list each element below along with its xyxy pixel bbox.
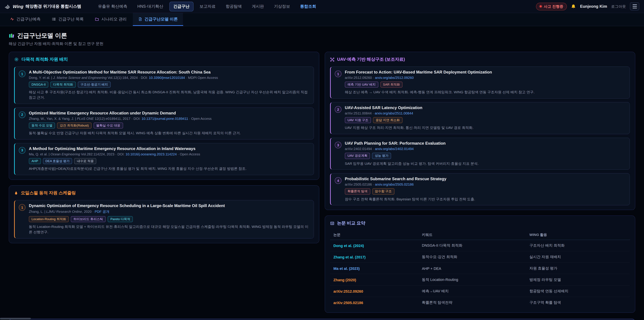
paper-body: A Multi-Objective Optimization Method fo…	[29, 70, 310, 100]
tab-label: 긴급구난모델 이론	[144, 16, 178, 22]
panel-title: UAV·예측 기반 해상구조 (보조자료)	[337, 56, 405, 62]
panel-title: 오일스필 동적 자원 스케줄링	[21, 190, 76, 196]
meta-text: Vol.282:114224, 2023 · DOI:	[80, 152, 126, 156]
sub-tab-bar: 긴급구난예측 긴급구난 목록 시나리오 관리 긴급구난모델 이론	[0, 13, 644, 26]
main-menu: 유출유 확산예측 HNS·대기확산 긴급구난 보고자료 항공탐색 게시판 기상정…	[94, 2, 530, 11]
tab-rescue-list[interactable]: 긴급구난 목록	[46, 13, 89, 26]
nav-item-emergency-rescue[interactable]: 긴급구난	[170, 2, 194, 11]
wing-usage-cell: 항공탐색 연동 선제배치	[526, 286, 630, 297]
tag: 구조선·항공기 배치	[78, 82, 111, 88]
arxiv-link[interactable]: arxiv.org/abs/2505.02186	[375, 183, 414, 186]
incident-status-badge[interactable]: 사고 진행중	[536, 3, 567, 10]
paper-description: 해상 조난 예측 → UAV 수색 배치 최적화. 예측-행동 연계 프레임워크…	[345, 90, 626, 95]
tag: 확률론적 탐색	[345, 188, 370, 195]
paper-title: Dynamic Optimization of Emergency Resour…	[29, 203, 310, 208]
nav-item-board[interactable]: 게시판	[248, 2, 268, 11]
paper-number: 1	[19, 71, 26, 77]
notification-bell-icon[interactable]	[571, 4, 576, 9]
paper-meta: Zhang, W., Yan, X. & Yang, J. | PLoS ONE…	[29, 117, 310, 121]
paper-meta: Ma, Q. et al. | Ocean Engineering Vol.28…	[29, 152, 310, 156]
nav-item-aerial-search[interactable]: 항공탐색	[222, 2, 246, 11]
nav-item-reports[interactable]: 보고자료	[196, 2, 220, 11]
tag: 내수로 적용	[74, 158, 96, 164]
tag: 하이브리드 휴리스틱	[71, 216, 106, 222]
logout-button[interactable]: 로그아웃	[611, 4, 626, 9]
app-root: Wing 해양환경 위기대응 통합시스템 유출유 확산예측 HNS·대기확산 긴…	[0, 0, 644, 320]
folder-icon	[95, 17, 99, 21]
brand-logo[interactable]: Wing 해양환경 위기대응 통합시스템	[5, 4, 81, 9]
arxiv-link[interactable]: arxiv.org/abs/2511.00844	[375, 111, 413, 115]
panel-oil-spill-scheduling: 오일스필 동적 자원 스케줄링 1 Dynamic Optimization o…	[9, 185, 319, 243]
doi-link[interactable]: 10.1371/journal.pone.0189411	[142, 117, 188, 121]
tab-rescue-prediction[interactable]: 긴급구난예측	[5, 13, 46, 26]
pdf-link[interactable]: PDF 공개	[94, 210, 109, 213]
table-row: arXiv:2505.02186 확률론적 탐색전략 구조구역 확률 탐색	[330, 297, 630, 308]
paper-link[interactable]: Dong et al. (2024)	[334, 244, 364, 248]
wing-usage-cell: 구조자산 배치 최적화	[526, 240, 630, 251]
paper-title: UAV-Assisted SAR Latency Optimization	[345, 105, 626, 110]
panel-related-papers: 긴급구난 관련 논문 해양수색구조 의사결정지원 · 실시간 데이터·AI 기반…	[9, 319, 635, 320]
user-name: Eunjeong Kim	[580, 4, 607, 9]
paper-link[interactable]: arXiv:2505.02186	[334, 301, 363, 305]
tab-label: 긴급구난 목록	[58, 16, 84, 22]
nav-item-weather[interactable]: 기상정보	[270, 2, 294, 11]
paper-title: UAV Path Planning for SAR: Performance E…	[345, 141, 626, 146]
tag: 강건 최적화(Robust)	[57, 123, 92, 129]
wing-logo-icon	[5, 4, 11, 9]
paper-number: 1	[335, 71, 342, 77]
meta-text: arXiv:2505.02186 ·	[345, 183, 375, 186]
meta-text: 12(12):e0189411, 2017 · DOI:	[94, 117, 142, 121]
keywords-cell: 동적 Location-Routing	[418, 274, 526, 286]
hamburger-menu-button[interactable]	[630, 2, 639, 11]
arxiv-link[interactable]: arxiv.org/abs/2512.09260	[375, 76, 414, 80]
panel-header: 논문 비교 요약	[330, 220, 630, 226]
tag: UAV 지원 구조	[345, 117, 371, 123]
comparison-table: 논문 키워드 WING 활용 Dong et al. (2024) DNSGA-…	[330, 230, 630, 308]
meta-text: arXiv:2512.09260 ·	[345, 76, 375, 80]
paper-number: 2	[335, 106, 342, 113]
panel-multi-objective: 다목적 최적화 자원 배치 1 A Multi-Objective Optimi…	[9, 52, 319, 180]
doi-link[interactable]: 10.3390/jmse12010184	[149, 76, 185, 80]
nav-item-hns[interactable]: HNS·대기확산	[133, 2, 167, 11]
paper-link[interactable]: arXiv:2512.09260	[334, 289, 363, 293]
incident-badge-label: 사고 진행중	[544, 4, 563, 9]
meta-text: Dong, Y. et al. |	[29, 76, 53, 80]
page-content: 긴급구난모델 이론 해상 긴급구난 자원 배치·최적화 이론 및 참고 연구 문…	[0, 26, 644, 320]
meta-text: arXiv:2511.00844 ·	[345, 111, 375, 115]
paper-link[interactable]: Zhang et al. (2017)	[334, 255, 366, 259]
column-header-wing-usage: WING 활용	[526, 230, 630, 240]
tag: DNSGA-II	[29, 82, 48, 88]
tab-scenario-management[interactable]: 시나리오 관리	[90, 13, 132, 26]
paper-tags: Location-Routing 최적화 하이브리드 휴리스틱 Pareto 다…	[29, 216, 310, 222]
tab-label: 시나리오 관리	[102, 16, 127, 22]
tag: 성능 평가	[372, 153, 391, 159]
paper-tags: 확률론적 탐색 잠수함 구조	[345, 188, 626, 195]
paper-meta: arXiv:2512.09260 · arxiv.org/abs/2512.09…	[345, 76, 626, 80]
tab-rescue-model-theory[interactable]: 긴급구난모델 이론	[133, 13, 183, 26]
paper-link[interactable]: Zhang (2020)	[334, 278, 356, 282]
panel-header: 다목적 최적화 자원 배치	[14, 56, 314, 62]
panel-title: 다목적 최적화 자원 배치	[22, 56, 68, 62]
paper-number: 2	[19, 111, 26, 118]
nav-right-cluster: 사고 진행중 Eunjeong Kim 로그아웃	[536, 2, 639, 11]
books-icon	[9, 33, 14, 38]
meta-journal: LJMU Research Online	[46, 210, 82, 213]
paper-description: 동적 Location-Routing 최적화 모델 + 하이브리드 유전·휴리…	[29, 224, 310, 235]
paper-body: Optimized Maritime Emergency Resource Al…	[29, 111, 310, 136]
panel-header: UAV·예측 기반 해상구조 (보조자료)	[330, 56, 630, 62]
nav-item-oil-spill[interactable]: 유출유 확산예측	[94, 2, 131, 11]
paper-link[interactable]: Ma et al. (2023)	[334, 266, 360, 270]
meta-text: Vol.12(1):184, 2024 · DOI:	[107, 76, 149, 80]
doi-link[interactable]: 10.1016/j.oceaneng.2023.114224	[126, 152, 176, 156]
tag: DEA 효율성 평가	[43, 158, 72, 164]
table-icon	[330, 221, 334, 225]
table-row: Dong et al. (2024) DNSGA-II 다목적 최적화 구조자산…	[330, 240, 630, 251]
meta-journal: J. Marine Science and Engineering	[53, 76, 106, 80]
nav-item-integrated-search[interactable]: 통합조회	[296, 2, 320, 11]
horizontal-scrollbar-thumb[interactable]	[0, 318, 31, 319]
paper-description: 해상 사고 후 구조자원(구조선·항공기) 배치 최적화. 비용·응답시간 동시…	[29, 90, 310, 100]
tag: 동적 수요 모델	[29, 123, 55, 129]
column-header-paper: 논문	[330, 230, 418, 240]
arxiv-link[interactable]: arxiv.org/abs/2402.01494	[375, 147, 414, 151]
table-row: arXiv:2512.09260 예측→UAV 배치 항공탐색 연동 선제배치	[330, 286, 630, 297]
